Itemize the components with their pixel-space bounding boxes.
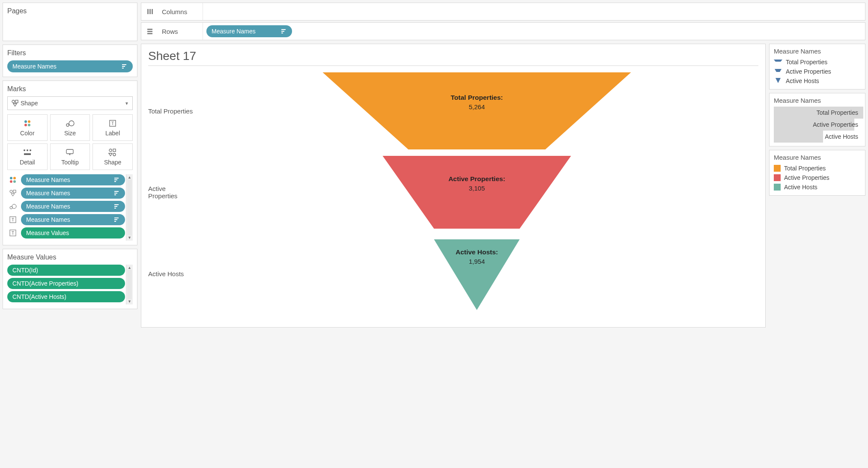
measure-values-panel: Measure Values CNTD(Id) CNTD(Active Prop…	[3, 249, 137, 309]
mark-assign-label: Measure Values	[26, 230, 120, 236]
svg-point-27	[13, 180, 16, 183]
legend-size-item[interactable]: Total Properties	[774, 107, 863, 119]
legend-size-item[interactable]: Active Properties	[774, 119, 863, 131]
sort-icon	[114, 217, 120, 223]
filters-panel: Filters Measure Names	[3, 45, 137, 77]
mark-assign-label-values[interactable]: T Measure Values	[7, 227, 125, 238]
svg-point-11	[69, 121, 74, 126]
scroll-up-icon[interactable]: ▲	[128, 175, 131, 179]
svg-rect-52	[147, 29, 152, 30]
svg-point-31	[10, 190, 12, 193]
legend-shape-item[interactable]: Total Properties	[774, 57, 861, 67]
svg-rect-30	[114, 181, 116, 182]
color-icon	[23, 119, 32, 128]
marks-detail-label: Detail	[20, 159, 35, 166]
funnel-label: Active Properties: 3,105	[448, 174, 505, 193]
color-swatch	[774, 165, 781, 172]
svg-rect-2	[122, 68, 124, 69]
mark-assign-shape[interactable]: Measure Names	[7, 188, 125, 199]
mark-assign-label: Measure Names	[26, 203, 114, 210]
svg-point-15	[27, 149, 28, 151]
marks-type-dropdown[interactable]: Shape ▼	[7, 96, 133, 110]
scroll-track[interactable]	[127, 270, 132, 299]
funnel-row-total-properties[interactable]: Total Properties Total Properties: 5,264	[148, 70, 758, 152]
scroll-down-icon[interactable]: ▼	[128, 235, 131, 240]
scroll-up-icon[interactable]: ▲	[128, 265, 131, 270]
scrollbar[interactable]: ▲ ▼	[126, 174, 133, 241]
mv-pill-cntd-id[interactable]: CNTD(Id)	[7, 265, 125, 276]
tooltip-icon	[66, 148, 74, 157]
rows-pill-measure-names[interactable]: Measure Names	[206, 25, 292, 37]
columns-drop-zone[interactable]	[203, 3, 865, 20]
legend-shape-item[interactable]: Active Properties	[774, 67, 861, 76]
legend-size-item[interactable]: Active Hosts	[774, 131, 863, 143]
sort-icon	[114, 190, 120, 196]
marks-label-button[interactable]: T Label	[92, 114, 133, 141]
svg-rect-56	[281, 31, 284, 32]
marks-color-button[interactable]: Color	[7, 114, 48, 141]
viz-canvas[interactable]: Sheet 17 Total Properties Total Properti…	[141, 44, 766, 328]
svg-marker-22	[109, 153, 112, 156]
marks-shape-button[interactable]: Shape	[92, 143, 133, 170]
svg-rect-21	[113, 149, 116, 152]
scroll-track[interactable]	[127, 179, 132, 235]
legend-shape: Measure Names Total Properties Active Pr…	[769, 44, 865, 89]
mark-assign-color[interactable]: Measure Names	[7, 174, 125, 185]
legend-title: Measure Names	[774, 154, 861, 161]
svg-marker-63	[776, 78, 781, 83]
mark-assign-label[interactable]: T Measure Names	[7, 214, 125, 225]
mv-pill-cntd-active-properties[interactable]: CNTD(Active Properties)	[7, 278, 125, 289]
svg-rect-29	[114, 179, 117, 180]
label-icon: T	[7, 216, 18, 223]
legend-color-item[interactable]: Active Hosts	[774, 182, 861, 192]
funnel-row-active-properties[interactable]: Active Properties Active Properties: 3,1…	[148, 152, 758, 233]
svg-rect-0	[122, 64, 126, 65]
svg-text:T: T	[111, 121, 114, 126]
svg-rect-44	[114, 218, 119, 218]
mark-assign-size[interactable]: Measure Names	[7, 201, 125, 212]
columns-label: Columns	[162, 8, 203, 15]
svg-rect-4	[15, 100, 18, 103]
rows-drop-zone[interactable]: Measure Names	[203, 23, 865, 40]
rows-icon	[146, 27, 154, 36]
size-icon	[65, 119, 75, 128]
marks-tooltip-button[interactable]: Tooltip	[50, 143, 90, 170]
svg-rect-1	[122, 66, 125, 67]
legend-shape-item[interactable]: Active Hosts	[774, 76, 861, 86]
size-bar	[774, 131, 823, 143]
scrollbar[interactable]: ▲ ▼	[126, 265, 133, 304]
svg-marker-61	[774, 60, 782, 62]
svg-marker-5	[13, 104, 17, 106]
columns-shelf[interactable]: Columns	[141, 3, 865, 21]
funnel-row-label: Total Properties	[148, 107, 195, 115]
filters-title: Filters	[7, 49, 133, 57]
pages-title: Pages	[7, 7, 133, 15]
svg-rect-55	[281, 29, 286, 30]
mark-assign-label: Measure Names	[26, 216, 114, 223]
marks-detail-button[interactable]: Detail	[7, 143, 48, 170]
size-icon	[7, 203, 18, 210]
funnel-row-active-hosts[interactable]: Active Hosts Active Hosts: 1,954	[148, 233, 758, 314]
legend-title: Measure Names	[774, 48, 861, 55]
legend-color-item[interactable]: Active Properties	[774, 173, 861, 182]
mv-pill-cntd-active-hosts[interactable]: CNTD(Active Hosts)	[7, 291, 125, 302]
svg-rect-32	[13, 190, 16, 193]
funnel-shape-icon	[774, 78, 782, 84]
svg-rect-46	[114, 221, 116, 222]
color-icon	[7, 176, 18, 184]
label-icon: T	[109, 119, 116, 128]
svg-rect-49	[147, 9, 149, 14]
rows-shelf[interactable]: Rows Measure Names	[141, 22, 865, 40]
rows-label: Rows	[162, 28, 203, 35]
mark-assign-label: Measure Names	[26, 176, 114, 183]
svg-marker-62	[775, 69, 781, 72]
marks-title: Marks	[7, 85, 133, 93]
marks-size-button[interactable]: Size	[50, 114, 90, 141]
svg-marker-33	[11, 194, 15, 196]
filter-pill-measure-names[interactable]: Measure Names	[7, 60, 133, 72]
sort-icon	[122, 63, 128, 69]
funnel-label: Active Hosts: 1,954	[456, 247, 498, 266]
scroll-down-icon[interactable]: ▼	[128, 299, 131, 304]
funnel-row-label: Active Hosts	[148, 270, 195, 277]
legend-color-item[interactable]: Total Properties	[774, 164, 861, 173]
